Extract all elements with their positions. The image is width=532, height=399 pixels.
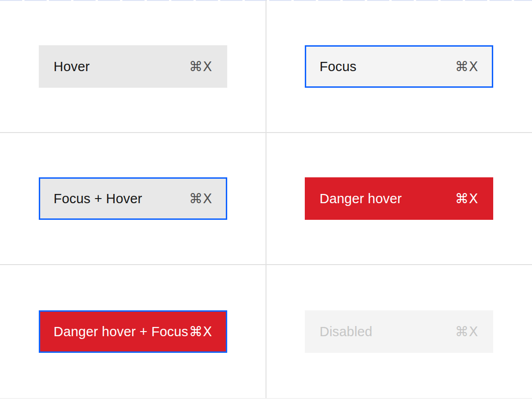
menu-item-label: Danger hover xyxy=(320,191,402,206)
shortcut-hint: ⌘X xyxy=(189,191,212,206)
menu-item-focus-hover[interactable]: Focus + Hover ⌘X xyxy=(39,177,227,220)
menu-item-label: Focus xyxy=(320,59,357,74)
shortcut-hint: ⌘X xyxy=(189,324,212,339)
menu-item-states-canvas: Hover ⌘X Focus ⌘X Focus + Hover ⌘X Dange… xyxy=(0,0,532,399)
shortcut-hint: ⌘X xyxy=(189,59,212,74)
menu-item-label: Hover xyxy=(54,59,90,74)
menu-item-disabled[interactable]: Disabled ⌘X xyxy=(305,310,493,353)
grid-vertical-divider xyxy=(266,0,266,399)
shortcut-hint: ⌘X xyxy=(455,191,478,206)
menu-item-danger-hover-focus[interactable]: Danger hover + Focus ⌘X xyxy=(39,310,227,353)
grid-horizontal-divider-2 xyxy=(0,264,532,265)
shortcut-hint: ⌘X xyxy=(455,59,478,74)
menu-item-label: Disabled xyxy=(320,324,372,339)
menu-item-hover[interactable]: Hover ⌘X xyxy=(39,45,227,88)
menu-item-label: Danger hover + Focus xyxy=(54,324,188,339)
grid-horizontal-divider-1 xyxy=(0,132,532,133)
shortcut-hint: ⌘X xyxy=(455,324,478,339)
menu-item-focus[interactable]: Focus ⌘X xyxy=(305,45,493,88)
menu-item-danger-hover[interactable]: Danger hover ⌘X xyxy=(305,177,493,220)
menu-item-label: Focus + Hover xyxy=(54,191,142,206)
